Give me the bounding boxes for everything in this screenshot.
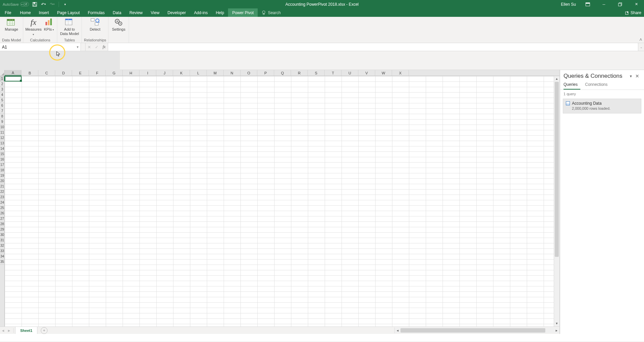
row-header[interactable]: 13 <box>0 141 4 146</box>
cells-area[interactable] <box>5 76 554 327</box>
column-header[interactable]: B <box>22 70 38 76</box>
column-header[interactable]: E <box>72 70 89 76</box>
row-header[interactable]: 21 <box>0 184 4 189</box>
tab-home[interactable]: Home <box>16 8 35 17</box>
row-header[interactable]: 9 <box>0 119 4 125</box>
column-header[interactable]: G <box>106 70 123 76</box>
column-header[interactable]: W <box>375 70 392 76</box>
row-header[interactable]: 22 <box>0 189 4 195</box>
name-box-dropdown-icon[interactable]: ▼ <box>76 45 79 49</box>
row-header[interactable]: 30 <box>0 232 4 238</box>
column-header[interactable]: O <box>240 70 257 76</box>
row-header[interactable]: 12 <box>0 135 4 141</box>
tab-file[interactable]: File <box>0 8 16 17</box>
column-header[interactable]: C <box>38 70 55 76</box>
column-header[interactable]: M <box>207 70 224 76</box>
column-header[interactable]: V <box>358 70 375 76</box>
add-to-data-model-button[interactable]: Add to Data Model <box>59 18 79 36</box>
row-header[interactable]: 3 <box>0 87 4 92</box>
tab-power-pivot[interactable]: Power Pivot <box>228 8 258 17</box>
query-item[interactable]: Accounting Data 2,000,000 rows loaded. <box>563 99 641 113</box>
column-header[interactable]: U <box>342 70 358 76</box>
user-name[interactable]: Ellen Su <box>557 2 579 7</box>
redo-button[interactable]: ↷▾ <box>49 1 55 7</box>
row-header[interactable]: 2 <box>0 81 4 87</box>
tab-page-layout[interactable]: Page Layout <box>53 8 84 17</box>
row-header[interactable]: 32 <box>0 243 4 248</box>
measures-button[interactable]: fx Measures <box>25 18 41 37</box>
pane-close-icon[interactable]: ✕ <box>634 73 641 79</box>
pane-options-icon[interactable]: ▼ <box>628 74 634 78</box>
row-headers[interactable]: 1234567891011121314151617181920212223242… <box>0 76 5 327</box>
undo-button[interactable]: ↶▾ <box>40 1 46 7</box>
sheet-nav-prev[interactable]: ◄ <box>0 329 6 333</box>
row-header[interactable]: 6 <box>0 103 4 108</box>
horizontal-scrollbar[interactable]: ◄ ► <box>394 328 559 333</box>
tell-me-search[interactable]: Search <box>258 8 285 17</box>
minimize-button[interactable]: ─ <box>596 0 612 8</box>
column-header[interactable]: T <box>325 70 342 76</box>
row-header[interactable]: 11 <box>0 130 4 135</box>
scroll-down-icon[interactable]: ▼ <box>554 321 559 327</box>
column-header[interactable]: L <box>190 70 207 76</box>
row-header[interactable]: 27 <box>0 216 4 221</box>
settings-button[interactable]: Settings <box>110 18 127 32</box>
name-box[interactable]: ▼ <box>0 43 81 51</box>
insert-function-icon[interactable]: fx <box>100 44 108 49</box>
save-icon[interactable] <box>32 1 38 7</box>
new-sheet-button[interactable]: ＋ <box>41 327 47 334</box>
row-header[interactable]: 7 <box>0 108 4 114</box>
qat-customize[interactable]: ▾ <box>62 1 68 7</box>
row-header[interactable]: 35 <box>0 259 4 265</box>
row-header[interactable]: 15 <box>0 151 4 157</box>
vertical-scrollbar[interactable]: ▲ ▼ <box>554 76 559 327</box>
column-headers[interactable]: ABCDEFGHIJKLMNOPQRSTUVWX <box>0 70 559 76</box>
column-header[interactable]: S <box>308 70 325 76</box>
column-header[interactable]: A <box>5 70 22 76</box>
sheet-nav-next[interactable]: ► <box>6 329 12 333</box>
tab-view[interactable]: View <box>147 8 164 17</box>
row-header[interactable]: 14 <box>0 146 4 151</box>
column-header[interactable]: D <box>55 70 72 76</box>
pane-tab-queries[interactable]: Queries <box>564 81 580 90</box>
column-header[interactable]: K <box>173 70 190 76</box>
restore-button[interactable] <box>612 0 628 8</box>
row-header[interactable]: 29 <box>0 227 4 232</box>
row-header[interactable]: 10 <box>0 125 4 130</box>
ribbon-display-options-icon[interactable] <box>580 0 595 8</box>
row-header[interactable]: 19 <box>0 173 4 178</box>
row-header[interactable]: 5 <box>0 98 4 103</box>
row-header[interactable]: 1 <box>0 76 5 81</box>
row-header[interactable]: 23 <box>0 195 4 200</box>
spreadsheet-grid[interactable]: ABCDEFGHIJKLMNOPQRSTUVWX 123456789101112… <box>0 70 560 334</box>
row-header[interactable]: 26 <box>0 211 4 216</box>
row-header[interactable]: 4 <box>0 92 4 98</box>
row-header[interactable]: 28 <box>0 221 4 227</box>
column-header[interactable]: P <box>257 70 274 76</box>
pane-tab-connections[interactable]: Connections <box>585 81 610 90</box>
column-header[interactable]: X <box>392 70 409 76</box>
select-all-button[interactable] <box>0 70 5 76</box>
autosave-toggle[interactable]: AutoSave Off <box>3 2 29 6</box>
expand-formula-bar-icon[interactable]: ⌄ <box>638 43 644 51</box>
detect-button[interactable]: Detect <box>87 18 103 32</box>
tab-help[interactable]: Help <box>212 8 228 17</box>
share-button[interactable]: Share <box>625 8 641 17</box>
scroll-up-icon[interactable]: ▲ <box>554 76 559 82</box>
row-header[interactable]: 34 <box>0 254 4 259</box>
scroll-right-icon[interactable]: ► <box>554 329 559 332</box>
collapse-ribbon-icon[interactable]: ᐱ <box>640 38 642 41</box>
row-header[interactable]: 18 <box>0 168 4 173</box>
column-header[interactable]: J <box>156 70 173 76</box>
column-header[interactable]: F <box>89 70 106 76</box>
tab-add-ins[interactable]: Add-ins <box>190 8 212 17</box>
column-header[interactable]: H <box>123 70 139 76</box>
column-header[interactable]: I <box>139 70 156 76</box>
row-header[interactable]: 24 <box>0 200 4 205</box>
kpis-button[interactable]: KPIs <box>43 18 55 37</box>
row-header[interactable]: 33 <box>0 248 4 254</box>
tab-developer[interactable]: Developer <box>163 8 190 17</box>
row-header[interactable]: 25 <box>0 205 4 211</box>
name-box-input[interactable] <box>0 45 80 49</box>
manage-button[interactable]: Manage <box>3 18 20 32</box>
